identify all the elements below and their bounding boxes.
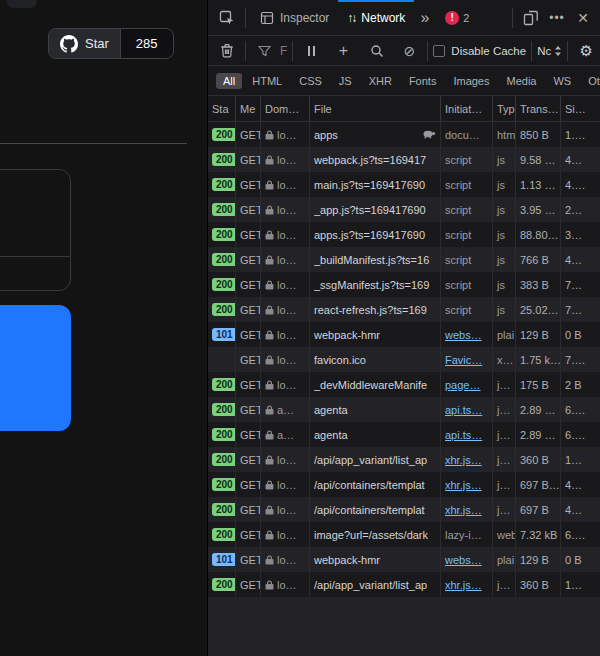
- lock-icon: [265, 205, 274, 215]
- initiator-link[interactable]: Favic…: [445, 354, 482, 366]
- type-cell: js: [493, 172, 516, 197]
- pause-traffic-icon[interactable]: [298, 38, 324, 64]
- filter-type-ot[interactable]: Ot: [581, 73, 600, 89]
- page-blue-button[interactable]: [0, 305, 71, 431]
- file-name: /api/app_variant/list_ap: [314, 579, 436, 591]
- initiator-cell: docu…: [441, 122, 493, 147]
- github-star-widget[interactable]: Star 285: [48, 28, 174, 59]
- filter-type-css[interactable]: CSS: [292, 73, 329, 89]
- initiator-link[interactable]: xhr.js…: [445, 454, 482, 466]
- network-request-row[interactable]: 200GETlo…_ssgManifest.js?ts=169scriptjs3…: [208, 272, 600, 297]
- network-request-row[interactable]: 200GETlo…/api/containers/templatxhr.js…j…: [208, 497, 600, 522]
- tab-inspector[interactable]: Inspector: [251, 0, 338, 36]
- domain-cell: a…: [261, 397, 310, 422]
- transferred-cell: 383 B: [516, 272, 561, 297]
- network-request-row[interactable]: 200GETlo…/api/containers/templatxhr.js…j…: [208, 472, 600, 497]
- lock-icon: [265, 355, 274, 365]
- filter-type-images[interactable]: Images: [446, 73, 496, 89]
- initiator-link[interactable]: api.ts…: [445, 429, 482, 441]
- initiator-cell: page…: [441, 372, 493, 397]
- domain-text: lo…: [277, 529, 297, 541]
- network-request-row[interactable]: 101GETlo…webpack-hmrwebs…plai129 B0 B: [208, 547, 600, 572]
- column-header-status[interactable]: Sta: [208, 96, 236, 121]
- column-header-initiator[interactable]: Initiat…: [441, 96, 493, 121]
- block-requests-icon[interactable]: ⊘: [396, 38, 422, 64]
- initiator-link[interactable]: api.ts…: [445, 404, 482, 416]
- file-cell: _buildManifest.js?ts=16: [310, 247, 441, 272]
- status-cell: 200: [208, 197, 236, 222]
- network-request-row[interactable]: 200GETlo…react-refresh.js?ts=169scriptjs…: [208, 297, 600, 322]
- domain-cell: lo…: [261, 222, 310, 247]
- column-header-method[interactable]: Me: [236, 96, 261, 121]
- close-devtools-icon[interactable]: ✕: [570, 5, 596, 31]
- network-settings-gear-icon[interactable]: ⚙: [573, 38, 599, 64]
- search-icon[interactable]: [364, 38, 390, 64]
- filter-type-js[interactable]: JS: [332, 73, 359, 89]
- filter-type-fonts[interactable]: Fonts: [402, 73, 444, 89]
- initiator-link[interactable]: xhr.js…: [445, 579, 482, 591]
- more-tabs-icon[interactable]: »: [414, 9, 435, 27]
- status-cell: 200: [208, 397, 236, 422]
- filter-type-html[interactable]: HTML: [245, 73, 289, 89]
- file-cell: webpack-hmr: [310, 322, 441, 347]
- status-badge: 200: [212, 528, 236, 541]
- initiator-link[interactable]: xhr.js…: [445, 504, 482, 516]
- network-request-row[interactable]: GETlo…favicon.icoFavic…x…1.75 k…7….: [208, 347, 600, 372]
- domain-cell: lo…: [261, 447, 310, 472]
- network-request-row[interactable]: 200GETlo…apps.js?ts=169417690scriptjs88.…: [208, 222, 600, 247]
- disable-cache-checkbox[interactable]: [433, 45, 445, 57]
- github-star-button[interactable]: Star: [49, 29, 120, 58]
- domain-cell: lo…: [261, 472, 310, 497]
- initiator-link[interactable]: xhr.js…: [445, 479, 482, 491]
- column-header-file[interactable]: File: [310, 96, 441, 121]
- clear-requests-icon[interactable]: [214, 38, 240, 64]
- filter-urls-icon[interactable]: [251, 38, 277, 64]
- initiator-link[interactable]: webs…: [445, 329, 482, 341]
- network-request-row[interactable]: 200GETlo…appsdocu…htm850 B1….: [208, 122, 600, 147]
- column-header-transferred[interactable]: Trans…: [516, 96, 561, 121]
- pick-element-icon[interactable]: [214, 5, 240, 31]
- add-request-icon[interactable]: +: [330, 38, 356, 64]
- network-request-row[interactable]: 200GETlo…_buildManifest.js?ts=16scriptjs…: [208, 247, 600, 272]
- column-header-type[interactable]: Typ: [493, 96, 516, 121]
- network-request-row[interactable]: 200GETlo…_devMiddlewareManifepage…j…175 …: [208, 372, 600, 397]
- type-cell: j…: [493, 447, 516, 472]
- type-cell: js: [493, 272, 516, 297]
- status-badge: 200: [212, 478, 236, 491]
- network-request-row[interactable]: 200GETa…agentaapi.ts…j…2.89 …6….: [208, 397, 600, 422]
- github-star-count[interactable]: 285: [120, 29, 173, 58]
- domain-text: lo…: [277, 354, 297, 366]
- initiator-link[interactable]: page…: [445, 379, 480, 391]
- responsive-design-icon[interactable]: [518, 5, 544, 31]
- meatball-menu-icon[interactable]: •••: [544, 5, 570, 31]
- status-cell: 200: [208, 122, 236, 147]
- network-request-row[interactable]: 200GETlo…/api/app_variant/list_apxhr.js……: [208, 447, 600, 472]
- filter-type-ws[interactable]: WS: [546, 73, 578, 89]
- network-request-row[interactable]: 200GETlo…image?url=/assets/darklazy-i…we…: [208, 522, 600, 547]
- tab-network[interactable]: ↑↓ Network: [338, 0, 414, 36]
- filter-type-xhr[interactable]: XHR: [362, 73, 399, 89]
- error-count-badge[interactable]: ! 2: [445, 11, 469, 25]
- throttling-dropdown[interactable]: Nc: [537, 45, 562, 57]
- domain-cell: lo…: [261, 122, 310, 147]
- network-request-row[interactable]: 200GETa…agentaapi.ts…j…2.89 …6….: [208, 422, 600, 447]
- file-cell: image?url=/assets/dark: [310, 522, 441, 547]
- network-request-row[interactable]: 200GETlo…_app.js?ts=169417690scriptjs3.9…: [208, 197, 600, 222]
- initiator-link[interactable]: webs…: [445, 554, 482, 566]
- network-request-row[interactable]: 200GETlo…webpack.js?ts=169417scriptjs9.5…: [208, 147, 600, 172]
- domain-cell: lo…: [261, 547, 310, 572]
- filter-type-media[interactable]: Media: [499, 73, 543, 89]
- initiator-text: script: [445, 304, 471, 316]
- network-request-row[interactable]: 101GETlo…webpack-hmrwebs…plai129 B0 B: [208, 322, 600, 347]
- disable-cache-label[interactable]: Disable Cache: [451, 45, 526, 57]
- filter-type-all[interactable]: All: [216, 73, 242, 89]
- method-cell: GET: [236, 197, 261, 222]
- network-request-row[interactable]: 200GETlo…main.js?ts=169417690scriptjs1.1…: [208, 172, 600, 197]
- filter-urls-input[interactable]: F: [280, 44, 287, 58]
- file-name: main.js?ts=169417690: [314, 179, 436, 191]
- partial-top-button[interactable]: [7, 0, 37, 8]
- column-header-domain[interactable]: Dom…: [261, 96, 310, 121]
- column-header-size[interactable]: Si…: [561, 96, 600, 121]
- network-request-row[interactable]: 200GETlo…/api/app_variant/list_apxhr.js……: [208, 572, 600, 597]
- domain-text: lo…: [277, 454, 297, 466]
